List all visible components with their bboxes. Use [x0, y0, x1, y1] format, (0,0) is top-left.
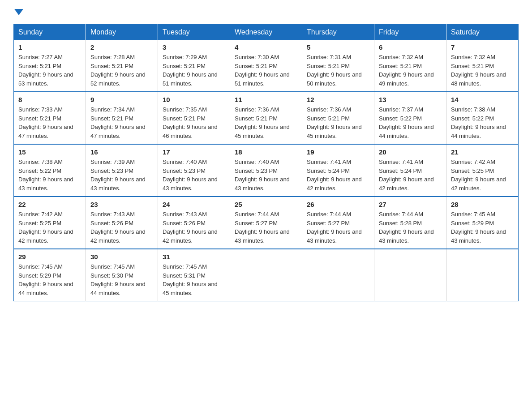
calendar-cell: 10 Sunrise: 7:35 AMSunset: 5:21 PMDaylig…	[158, 92, 230, 144]
calendar-cell: 13 Sunrise: 7:37 AMSunset: 5:22 PMDaylig…	[374, 92, 446, 144]
weekday-header-thursday: Thursday	[302, 25, 374, 40]
calendar-cell: 26 Sunrise: 7:44 AMSunset: 5:27 PMDaylig…	[302, 197, 374, 249]
calendar-cell	[302, 249, 374, 301]
day-number: 12	[307, 96, 369, 103]
day-number: 17	[163, 148, 225, 156]
calendar-cell: 31 Sunrise: 7:45 AMSunset: 5:31 PMDaylig…	[158, 249, 230, 301]
calendar-cell: 22 Sunrise: 7:42 AMSunset: 5:25 PMDaylig…	[14, 197, 86, 249]
week-row-3: 15 Sunrise: 7:38 AMSunset: 5:22 PMDaylig…	[14, 144, 519, 197]
day-info: Sunrise: 7:32 AMSunset: 5:21 PMDaylight:…	[451, 54, 506, 87]
calendar-cell	[374, 249, 446, 301]
weekday-header-friday: Friday	[374, 25, 446, 40]
day-info: Sunrise: 7:44 AMSunset: 5:27 PMDaylight:…	[235, 211, 290, 244]
day-number: 30	[90, 253, 153, 261]
calendar-cell: 24 Sunrise: 7:43 AMSunset: 5:26 PMDaylig…	[158, 197, 230, 249]
day-info: Sunrise: 7:44 AMSunset: 5:27 PMDaylight:…	[307, 211, 362, 244]
day-number: 14	[451, 96, 514, 103]
day-number: 11	[235, 96, 297, 103]
day-info: Sunrise: 7:43 AMSunset: 5:26 PMDaylight:…	[90, 211, 146, 244]
day-info: Sunrise: 7:45 AMSunset: 5:30 PMDaylight:…	[90, 263, 146, 296]
day-number: 2	[90, 43, 153, 51]
calendar-cell: 6 Sunrise: 7:32 AMSunset: 5:21 PMDayligh…	[374, 40, 446, 92]
calendar-cell: 3 Sunrise: 7:29 AMSunset: 5:21 PMDayligh…	[158, 40, 230, 92]
calendar-cell: 15 Sunrise: 7:38 AMSunset: 5:22 PMDaylig…	[14, 144, 86, 197]
day-info: Sunrise: 7:29 AMSunset: 5:21 PMDaylight:…	[163, 54, 218, 87]
calendar-cell: 7 Sunrise: 7:32 AMSunset: 5:21 PMDayligh…	[446, 40, 519, 92]
day-number: 25	[235, 201, 297, 208]
week-row-2: 8 Sunrise: 7:33 AMSunset: 5:21 PMDayligh…	[14, 92, 519, 144]
calendar-cell: 14 Sunrise: 7:38 AMSunset: 5:22 PMDaylig…	[446, 92, 519, 144]
weekday-header-wednesday: Wednesday	[230, 25, 302, 40]
day-number: 13	[379, 96, 442, 103]
day-number: 24	[163, 201, 225, 208]
calendar-cell: 5 Sunrise: 7:31 AMSunset: 5:21 PMDayligh…	[302, 40, 374, 92]
calendar-cell: 12 Sunrise: 7:36 AMSunset: 5:21 PMDaylig…	[302, 92, 374, 144]
day-number: 3	[163, 43, 225, 51]
day-info: Sunrise: 7:32 AMSunset: 5:21 PMDaylight:…	[379, 54, 434, 87]
day-number: 23	[90, 201, 153, 208]
day-info: Sunrise: 7:33 AMSunset: 5:21 PMDaylight:…	[18, 106, 73, 139]
day-number: 26	[307, 201, 369, 208]
calendar-cell: 9 Sunrise: 7:34 AMSunset: 5:21 PMDayligh…	[86, 92, 158, 144]
day-number: 4	[235, 43, 297, 51]
calendar-table: SundayMondayTuesdayWednesdayThursdayFrid…	[13, 24, 519, 301]
weekday-header-saturday: Saturday	[446, 25, 519, 40]
day-info: Sunrise: 7:43 AMSunset: 5:26 PMDaylight:…	[163, 211, 218, 244]
calendar-cell: 11 Sunrise: 7:36 AMSunset: 5:21 PMDaylig…	[230, 92, 302, 144]
calendar-cell: 17 Sunrise: 7:40 AMSunset: 5:23 PMDaylig…	[158, 144, 230, 197]
day-info: Sunrise: 7:42 AMSunset: 5:25 PMDaylight:…	[451, 158, 506, 192]
day-info: Sunrise: 7:28 AMSunset: 5:21 PMDaylight:…	[90, 54, 146, 87]
page-header	[13, 9, 519, 15]
calendar-cell: 23 Sunrise: 7:43 AMSunset: 5:26 PMDaylig…	[86, 197, 158, 249]
day-info: Sunrise: 7:30 AMSunset: 5:21 PMDaylight:…	[235, 54, 290, 87]
week-row-4: 22 Sunrise: 7:42 AMSunset: 5:25 PMDaylig…	[14, 197, 519, 249]
day-number: 9	[90, 96, 153, 103]
calendar-cell: 2 Sunrise: 7:28 AMSunset: 5:21 PMDayligh…	[86, 40, 158, 92]
day-info: Sunrise: 7:37 AMSunset: 5:22 PMDaylight:…	[379, 106, 434, 139]
day-info: Sunrise: 7:34 AMSunset: 5:21 PMDaylight:…	[90, 106, 146, 139]
day-number: 18	[235, 148, 297, 156]
day-info: Sunrise: 7:31 AMSunset: 5:21 PMDaylight:…	[307, 54, 362, 87]
day-number: 6	[379, 43, 442, 51]
day-info: Sunrise: 7:45 AMSunset: 5:29 PMDaylight:…	[451, 211, 506, 244]
calendar-cell: 25 Sunrise: 7:44 AMSunset: 5:27 PMDaylig…	[230, 197, 302, 249]
weekday-header-monday: Monday	[86, 25, 158, 40]
day-info: Sunrise: 7:36 AMSunset: 5:21 PMDaylight:…	[307, 106, 362, 139]
day-info: Sunrise: 7:35 AMSunset: 5:21 PMDaylight:…	[163, 106, 218, 139]
calendar-cell	[446, 249, 519, 301]
day-info: Sunrise: 7:45 AMSunset: 5:31 PMDaylight:…	[163, 263, 218, 296]
day-number: 1	[18, 43, 81, 51]
calendar-cell: 18 Sunrise: 7:40 AMSunset: 5:23 PMDaylig…	[230, 144, 302, 197]
day-info: Sunrise: 7:41 AMSunset: 5:24 PMDaylight:…	[379, 158, 434, 192]
calendar-cell: 20 Sunrise: 7:41 AMSunset: 5:24 PMDaylig…	[374, 144, 446, 197]
logo	[13, 9, 23, 15]
day-info: Sunrise: 7:42 AMSunset: 5:25 PMDaylight:…	[18, 211, 73, 244]
day-number: 8	[18, 96, 81, 103]
week-row-5: 29 Sunrise: 7:45 AMSunset: 5:29 PMDaylig…	[14, 249, 519, 301]
day-number: 15	[18, 148, 81, 156]
day-info: Sunrise: 7:27 AMSunset: 5:21 PMDaylight:…	[18, 54, 73, 87]
day-number: 21	[451, 148, 514, 156]
day-number: 27	[379, 201, 442, 208]
day-info: Sunrise: 7:44 AMSunset: 5:28 PMDaylight:…	[379, 211, 434, 244]
calendar-cell: 4 Sunrise: 7:30 AMSunset: 5:21 PMDayligh…	[230, 40, 302, 92]
weekday-header-sunday: Sunday	[14, 25, 86, 40]
day-info: Sunrise: 7:41 AMSunset: 5:24 PMDaylight:…	[307, 158, 362, 192]
day-info: Sunrise: 7:38 AMSunset: 5:22 PMDaylight:…	[451, 106, 506, 139]
day-number: 19	[307, 148, 369, 156]
day-number: 31	[163, 253, 225, 261]
day-info: Sunrise: 7:36 AMSunset: 5:21 PMDaylight:…	[235, 106, 290, 139]
day-info: Sunrise: 7:38 AMSunset: 5:22 PMDaylight:…	[18, 158, 73, 192]
logo-arrow-icon	[14, 9, 23, 15]
calendar-cell: 16 Sunrise: 7:39 AMSunset: 5:23 PMDaylig…	[86, 144, 158, 197]
day-info: Sunrise: 7:39 AMSunset: 5:23 PMDaylight:…	[90, 158, 146, 192]
calendar-cell: 27 Sunrise: 7:44 AMSunset: 5:28 PMDaylig…	[374, 197, 446, 249]
weekday-header-tuesday: Tuesday	[158, 25, 230, 40]
calendar-cell: 21 Sunrise: 7:42 AMSunset: 5:25 PMDaylig…	[446, 144, 519, 197]
day-info: Sunrise: 7:40 AMSunset: 5:23 PMDaylight:…	[163, 158, 218, 192]
day-number: 16	[90, 148, 153, 156]
day-info: Sunrise: 7:40 AMSunset: 5:23 PMDaylight:…	[235, 158, 290, 192]
day-number: 29	[18, 253, 81, 261]
calendar-cell: 19 Sunrise: 7:41 AMSunset: 5:24 PMDaylig…	[302, 144, 374, 197]
calendar-cell: 28 Sunrise: 7:45 AMSunset: 5:29 PMDaylig…	[446, 197, 519, 249]
